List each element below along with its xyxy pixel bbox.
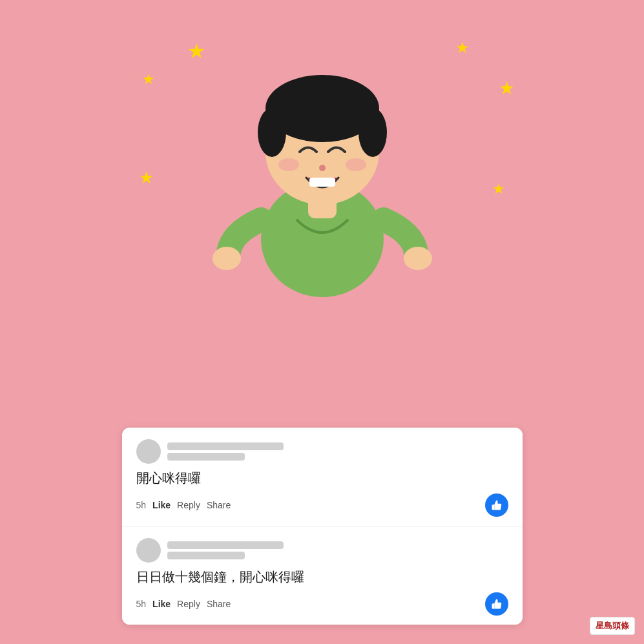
illustration-area: ★ ★ ★ ★ ★ ★ [0,0,644,342]
svg-point-10 [319,165,326,171]
star-icon-4: ★ [455,39,470,57]
star-icon-6: ★ [492,181,505,198]
comment-1: 開心咪得囉 5h Like Reply Share [122,428,523,526]
comment-2-like-icon[interactable] [485,592,508,616]
comment-1-share-btn[interactable]: Share [207,500,231,510]
svg-point-6 [258,108,286,157]
comment-1-name-lines [167,442,284,461]
comment-2-avatar [136,538,161,563]
comments-container: 開心咪得囉 5h Like Reply Share 日日做十幾個鐘，開心咪得囉 [122,428,523,625]
character-illustration [213,32,432,310]
comment-2-like-btn[interactable]: Like [152,599,171,609]
svg-point-2 [213,247,241,270]
comment-1-like-btn[interactable]: Like [152,500,171,510]
comment-2-name-bar-1 [167,541,284,549]
comment-2-share-btn[interactable]: Share [207,599,231,609]
svg-point-7 [358,108,387,157]
star-icon-5: ★ [499,78,515,99]
comment-1-text: 開心咪得囉 [136,469,508,487]
comment-1-reply-btn[interactable]: Reply [177,500,200,510]
star-icon-3: ★ [139,168,154,188]
comment-1-time: 5h [136,500,147,510]
svg-point-8 [278,158,299,171]
star-icon-1: ★ [187,39,206,63]
comment-2-header [136,538,508,563]
comment-1-actions: 5h Like Reply Share [136,493,508,517]
comment-1-like-icon[interactable] [485,493,508,517]
comment-2-name-bar-2 [167,552,245,559]
comment-2-reply-btn[interactable]: Reply [177,599,200,609]
comment-1-header [136,439,508,464]
svg-point-9 [346,158,366,171]
svg-rect-11 [309,178,335,187]
comment-1-avatar [136,439,161,464]
comment-2-actions: 5h Like Reply Share [136,592,508,616]
svg-point-3 [404,247,432,270]
star-icon-2: ★ [142,71,155,88]
comment-2: 日日做十幾個鐘，開心咪得囉 5h Like Reply Share [122,526,523,625]
watermark: 星島頭條 [590,617,635,635]
comment-1-name-bar-1 [167,442,284,450]
comment-2-name-lines [167,541,284,559]
comment-2-text: 日日做十幾個鐘，開心咪得囉 [136,568,508,586]
comment-2-time: 5h [136,599,147,609]
comment-1-name-bar-2 [167,453,245,461]
